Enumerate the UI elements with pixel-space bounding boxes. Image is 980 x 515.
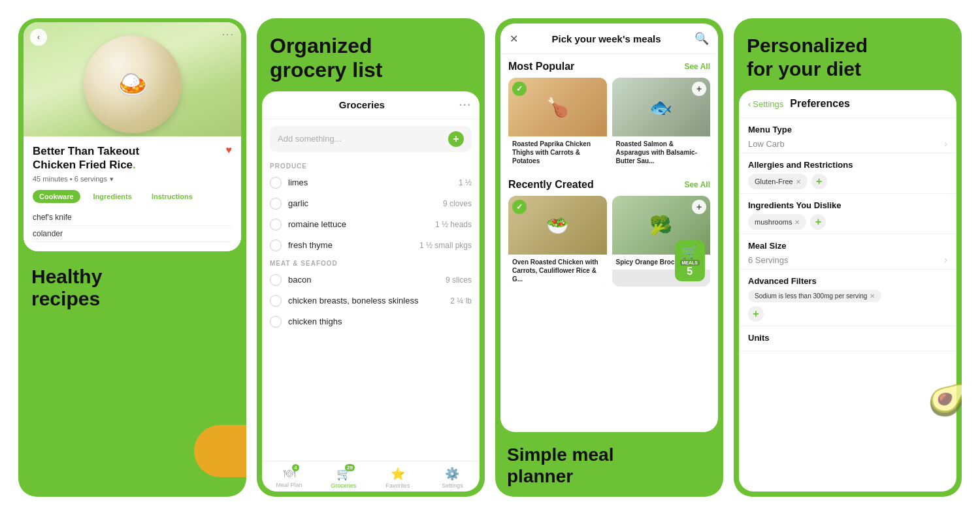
nav-meal-plan[interactable]: 🍽 4 Meal Plan	[262, 467, 316, 489]
add-advanced-filter-button[interactable]: +	[748, 306, 764, 322]
gluten-free-label: Gluten-Free	[755, 178, 793, 185]
nav-label-favorites: Favorites	[386, 482, 410, 489]
most-popular-label: Most Popular	[508, 61, 574, 72]
checkbox-chicken-thighs[interactable]	[270, 316, 282, 328]
item-qty-chicken-breasts: 2 ¼ lb	[450, 296, 472, 305]
checkbox-romaine[interactable]	[270, 219, 282, 230]
nav-groceries[interactable]: 🛒 29 Groceries	[316, 467, 370, 489]
checkbox-chicken-breasts[interactable]	[270, 295, 282, 307]
search-icon[interactable]: 🔍	[694, 31, 709, 46]
see-all-popular[interactable]: See All	[684, 62, 710, 71]
add-allergy-button[interactable]: +	[811, 174, 827, 189]
panel-personalized-diet: Personalizedfor your diet ‹ Settings Pre…	[734, 18, 962, 497]
recently-created-label: Recently Created	[508, 179, 594, 191]
food-plate: 🍛	[84, 35, 182, 133]
grocery-search-bar[interactable]: Add something... +	[270, 126, 472, 152]
produce-section-label: PRODUCE	[262, 159, 480, 172]
most-popular-header: Most Popular See All	[508, 61, 710, 72]
settings-header: ‹ Settings Preferences	[739, 90, 956, 118]
avocado-decoration: 🥑	[924, 377, 962, 422]
most-popular-section: Most Popular See All 🍗 ✓ Roasted Paprika…	[500, 54, 718, 172]
panel2-heading: Organizedgrocery list	[257, 18, 485, 89]
nav-favorites[interactable]: ⭐ Favorites	[371, 467, 425, 489]
menu-type-label: Menu Type	[748, 125, 947, 134]
menu-type-chevron-icon: ›	[944, 138, 947, 149]
item-qty-thyme: 1 ½ small pkgs	[419, 241, 472, 250]
popular-meals-grid: 🍗 ✓ Roasted Paprika Chicken Thighs with …	[508, 78, 710, 168]
meal-card-popular-2[interactable]: 🐟 + Roasted Salmon & Asparagus with Bals…	[612, 78, 711, 168]
phone-mockup-1: ‹ ··· 🍛 Better Than TakeoutChicken Fried…	[24, 22, 241, 251]
panel4-heading: Personalizedfor your diet	[734, 18, 962, 87]
tab-instructions[interactable]: Instructions	[145, 190, 199, 203]
meal-check-1: ✓	[512, 82, 527, 96]
meal-check-3: ✓	[512, 200, 527, 214]
item-name-thyme: fresh thyme	[288, 240, 413, 250]
checkbox-limes[interactable]	[270, 177, 282, 189]
grocery-search-placeholder: Add something...	[278, 134, 443, 144]
meal-card-recent-2[interactable]: 🥦 + Spicy Orange Broccoli... 🛒 MEALS 5	[612, 196, 711, 287]
nav-label-meal-plan: Meal Plan	[276, 482, 302, 488]
units-section: Units	[739, 326, 956, 351]
meal-size-label: Meal Size	[748, 241, 947, 251]
grocery-header: Groceries ···	[262, 91, 480, 119]
panel3-bottom: Simple mealplanner	[495, 435, 723, 497]
nav-settings[interactable]: ⚙️ Settings	[425, 467, 480, 489]
meal-card-recent-1[interactable]: 🥗 ✓ Oven Roasted Chicken with Carrots, C…	[508, 196, 607, 287]
grocery-item-garlic: garlic 9 cloves	[262, 193, 480, 214]
add-dislike-button[interactable]: +	[810, 214, 826, 230]
gluten-free-tag[interactable]: Gluten-Free ✕	[748, 174, 808, 189]
recently-created-header: Recently Created See All	[508, 179, 710, 191]
dislike-label: Ingredients You Dislike	[748, 200, 947, 210]
mushrooms-label: mushrooms	[755, 218, 792, 226]
see-all-recent[interactable]: See All	[684, 180, 710, 189]
item-qty-bacon: 9 slices	[446, 275, 472, 285]
allergies-section: Allergies and Restrictions Gluten-Free ✕…	[739, 153, 956, 194]
nav-label-groceries: Groceries	[331, 482, 356, 489]
dislike-tag-row: mushrooms ✕ +	[748, 214, 947, 230]
phone-mockup-2: Groceries ··· Add something... + PRODUCE…	[262, 91, 480, 492]
recipe-item: chef's knife	[33, 210, 232, 226]
recipe-item: colander	[33, 226, 232, 242]
item-name-limes: limes	[288, 178, 452, 187]
item-qty-garlic: 9 cloves	[443, 199, 472, 208]
tab-ingredients[interactable]: Ingredients	[87, 190, 139, 203]
units-label: Units	[748, 333, 947, 343]
menu-type-value[interactable]: Low Carb ›	[748, 138, 947, 149]
recipe-meta: 45 minutes • 6 servings ▾	[33, 175, 232, 183]
remove-sodium-filter-icon[interactable]: ✕	[870, 292, 875, 300]
more-button[interactable]: ···	[222, 29, 235, 40]
grocery-item-bacon: bacon 9 slices	[262, 270, 480, 290]
picker-title: Pick your week's meals	[552, 33, 661, 44]
grocery-item-thyme: fresh thyme 1 ½ small pkgs	[262, 235, 480, 256]
checkbox-thyme[interactable]	[270, 240, 282, 251]
item-name-garlic: garlic	[288, 198, 436, 208]
checkbox-bacon[interactable]	[270, 274, 282, 286]
meal-add-4[interactable]: +	[692, 200, 706, 214]
meal-label-2: Roasted Salmon & Asparagus with Balsamic…	[612, 136, 711, 168]
meal-size-value[interactable]: 6 Servings ›	[748, 255, 947, 265]
favorite-heart-icon[interactable]: ♥	[226, 144, 233, 156]
tab-cookware[interactable]: Cookware	[33, 190, 80, 203]
grocery-title: Groceries	[270, 99, 454, 110]
bottom-nav: 🍽 4 Meal Plan 🛒 29 Groceries ⭐ Favorites	[262, 461, 480, 492]
recipe-card: Better Than TakeoutChicken Fried Rice. ♥…	[24, 136, 241, 251]
settings-back-button[interactable]: ‹ Settings	[748, 99, 783, 109]
nav-label-settings: Settings	[442, 482, 463, 489]
panel3-heading: Simple mealplanner	[507, 444, 711, 488]
meal-add-2[interactable]: +	[692, 82, 706, 96]
meal-card-popular-1[interactable]: 🍗 ✓ Roasted Paprika Chicken Thighs with …	[508, 78, 607, 168]
advanced-filters-section: Advanced Filters Sodium is less than 300…	[739, 270, 956, 326]
remove-gluten-free-icon[interactable]: ✕	[796, 178, 801, 185]
close-icon[interactable]: ✕	[510, 33, 518, 45]
mushrooms-tag[interactable]: mushrooms ✕	[748, 214, 806, 230]
preferences-tab[interactable]: Preferences	[790, 98, 850, 110]
grocery-add-button[interactable]: +	[448, 131, 464, 147]
recently-created-section: Recently Created See All 🥗 ✓ Oven Roaste…	[500, 172, 718, 290]
sodium-filter-tag[interactable]: Sodium is less than 300mg per serving ✕	[748, 290, 881, 302]
checkbox-garlic[interactable]	[270, 198, 282, 210]
advanced-filter-row: Sodium is less than 300mg per serving ✕	[748, 290, 947, 302]
remove-mushrooms-icon[interactable]: ✕	[794, 219, 800, 226]
back-button[interactable]: ‹	[30, 29, 47, 46]
advanced-filters-label: Advanced Filters	[748, 276, 947, 286]
grocery-more-icon[interactable]: ···	[459, 99, 472, 111]
